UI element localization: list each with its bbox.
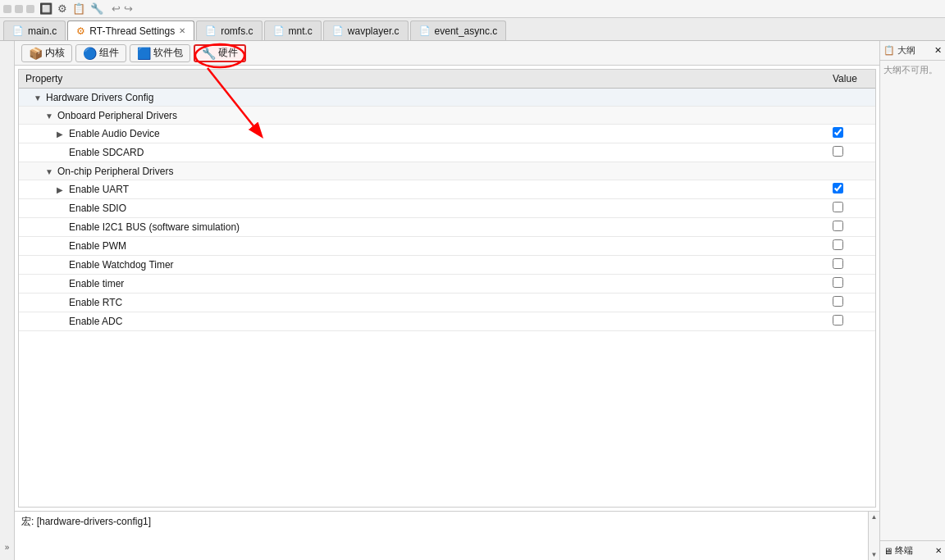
package-icon: 🟦: [137, 47, 151, 60]
terminal-icon: 🖥: [883, 546, 892, 556]
hardware-button[interactable]: 🔧 硬件: [194, 44, 246, 62]
description-bar: 宏: [hardware-drivers-config1] ▲ ▼: [15, 511, 879, 560]
table-row[interactable]: Enable Watchdog Timer: [19, 256, 875, 275]
table-row[interactable]: ▶Enable UART: [19, 180, 875, 199]
property-cell: Enable ADC: [19, 312, 826, 331]
setting-checkbox[interactable]: [833, 315, 843, 326]
scroll-down-button[interactable]: ▼: [869, 549, 879, 560]
close-button[interactable]: [26, 5, 34, 13]
value-cell[interactable]: [826, 143, 875, 162]
content-area: 📦 内核 🔵 组件 🟦 软件包 🔧 硬件: [15, 41, 879, 560]
outline-label: 大纲: [897, 44, 915, 57]
table-row[interactable]: Enable ADC: [19, 312, 875, 331]
table-header-row: Property Value: [19, 70, 875, 89]
value-cell[interactable]: [826, 199, 875, 218]
file-icon: 📄: [332, 25, 344, 36]
setting-checkbox[interactable]: [833, 127, 843, 138]
kernel-button[interactable]: 📦 内核: [21, 44, 72, 62]
tab-main-c[interactable]: 📄 main.c: [3, 20, 66, 40]
table-row[interactable]: Enable I2C1 BUS (software simulation): [19, 218, 875, 237]
tab-mnt-c[interactable]: 📄 mnt.c: [264, 20, 322, 40]
table-row[interactable]: ▼Hardware Drivers Config: [19, 89, 875, 107]
property-cell: Enable PWM: [19, 237, 826, 256]
software-package-button[interactable]: 🟦 软件包: [130, 44, 190, 62]
property-cell: ▼On-chip Peripheral Drivers: [19, 162, 826, 180]
setting-checkbox[interactable]: [833, 221, 843, 231]
property-cell: ▼Onboard Peripheral Drivers: [19, 107, 826, 125]
table-row[interactable]: Enable RTC: [19, 294, 875, 312]
terminal-button[interactable]: 🖥 终端 ✕: [880, 540, 945, 560]
tab-event-async-c[interactable]: 📄 event_async.c: [410, 20, 507, 40]
table-row[interactable]: ▶Enable Audio Device: [19, 125, 875, 143]
main-layout: » 📦 内核 🔵 组件 🟦 软件包 🔧 硬件: [0, 41, 945, 560]
setting-checkbox[interactable]: [833, 258, 843, 269]
value-cell: [826, 162, 875, 180]
value-cell[interactable]: [826, 180, 875, 199]
value-cell[interactable]: [826, 125, 875, 143]
value-cell[interactable]: [826, 218, 875, 237]
property-cell: Enable I2C1 BUS (software simulation): [19, 218, 826, 237]
table-row[interactable]: Enable PWM: [19, 237, 875, 256]
property-cell: Enable Watchdog Timer: [19, 256, 826, 275]
tab-rt-thread-settings[interactable]: ⚙ RT-Thread Settings ✕: [67, 20, 194, 40]
settings-wrapper: Property Value ▼Hardware Drivers Config▼…: [15, 66, 879, 560]
minimize-button[interactable]: [3, 5, 11, 13]
property-cell: Enable SDCARD: [19, 143, 826, 162]
setting-checkbox[interactable]: [833, 239, 843, 250]
setting-checkbox[interactable]: [833, 183, 843, 193]
settings-table: Property Value ▼Hardware Drivers Config▼…: [19, 70, 875, 331]
left-sidebar: »: [0, 41, 15, 560]
tab-romfs-c[interactable]: 📄 romfs.c: [196, 20, 262, 40]
description-scrollbar[interactable]: ▲ ▼: [868, 512, 879, 560]
toolbar: 📦 内核 🔵 组件 🟦 软件包 🔧 硬件: [15, 41, 879, 66]
setting-checkbox[interactable]: [833, 202, 843, 212]
value-cell[interactable]: [826, 256, 875, 275]
setting-checkbox[interactable]: [833, 277, 843, 288]
tab-bar: 📄 main.c ⚙ RT-Thread Settings ✕ 📄 romfs.…: [0, 18, 945, 41]
scroll-up-button[interactable]: ▲: [869, 512, 879, 522]
value-cell[interactable]: [826, 312, 875, 331]
property-cell: ▼Hardware Drivers Config: [19, 89, 826, 107]
table-row[interactable]: ▼Onboard Peripheral Drivers: [19, 107, 875, 125]
property-cell: Enable RTC: [19, 294, 826, 312]
setting-checkbox[interactable]: [833, 146, 843, 157]
right-panel: 📋 大纲 ✕ 大纲不可用。 🖥 终端 ✕: [879, 41, 945, 560]
components-button[interactable]: 🔵 组件: [75, 44, 126, 62]
outline-icon: 📋: [883, 45, 895, 56]
right-panel-header: 📋 大纲 ✕: [880, 41, 945, 61]
property-cell: Enable SDIO: [19, 199, 826, 218]
window-controls[interactable]: [3, 5, 34, 13]
right-panel-close-icon[interactable]: ✕: [934, 45, 942, 56]
value-header: Value: [826, 70, 875, 89]
file-icon: 📄: [12, 25, 24, 36]
property-cell: ▶Enable UART: [19, 180, 826, 199]
description-label: 宏:: [21, 516, 34, 527]
tab-wavplayer-c[interactable]: 📄 wavplayer.c: [323, 20, 409, 40]
table-row[interactable]: Enable timer: [19, 275, 875, 294]
value-cell[interactable]: [826, 275, 875, 294]
value-cell[interactable]: [826, 237, 875, 256]
settings-icon: ⚙: [76, 25, 85, 37]
file-icon: 📄: [205, 25, 217, 36]
table-row[interactable]: ▼On-chip Peripheral Drivers: [19, 162, 875, 180]
title-bar: 🔲 ⚙ 📋 🔧 ↩ ↪: [0, 0, 945, 18]
collapse-button[interactable]: »: [5, 543, 10, 552]
property-cell: ▶Enable Audio Device: [19, 125, 826, 143]
right-panel-spacer: [880, 80, 945, 540]
description-value: [hardware-drivers-config1]: [37, 516, 151, 527]
table-row[interactable]: Enable SDIO: [19, 199, 875, 218]
maximize-button[interactable]: [15, 5, 23, 13]
table-row[interactable]: Enable SDCARD: [19, 143, 875, 162]
kernel-icon: 📦: [29, 47, 43, 60]
file-icon: 📄: [273, 25, 285, 36]
hardware-icon: 🔧: [202, 47, 216, 60]
settings-container[interactable]: Property Value ▼Hardware Drivers Config▼…: [18, 69, 876, 508]
terminal-close-icon[interactable]: ✕: [935, 546, 942, 555]
file-icon: 📄: [419, 25, 431, 36]
outline-unavailable-text: 大纲不可用。: [880, 61, 945, 80]
setting-checkbox[interactable]: [833, 296, 843, 307]
tab-close-button[interactable]: ✕: [179, 26, 185, 35]
value-cell[interactable]: [826, 294, 875, 312]
value-cell: [826, 107, 875, 125]
value-cell: [826, 89, 875, 107]
